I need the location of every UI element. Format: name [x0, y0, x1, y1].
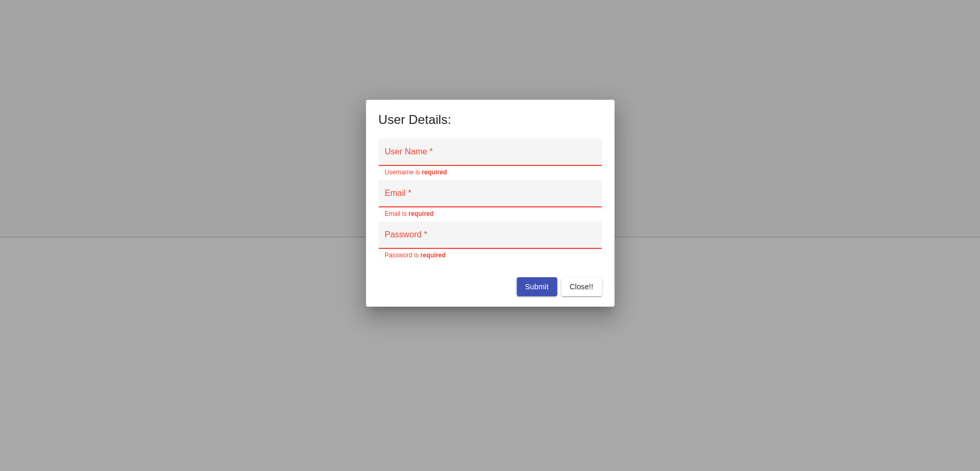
submit-button[interactable]: Submit: [517, 277, 557, 296]
email-error: Email is required: [378, 207, 602, 222]
username-error-strong: required: [422, 169, 447, 176]
username-error-prefix: Username is: [385, 169, 422, 176]
password-error: Password is required: [378, 249, 602, 263]
username-input[interactable]: [378, 139, 602, 165]
password-error-strong: required: [420, 252, 446, 259]
user-details-dialog: User Details: User Name * Username is re…: [366, 100, 614, 307]
password-error-prefix: Password is: [385, 252, 420, 259]
password-field-wrapper: Password *: [378, 222, 602, 249]
dialog-actions: Submit Close!!: [378, 277, 602, 296]
username-error: Username is required: [378, 166, 602, 180]
password-input[interactable]: [378, 222, 602, 248]
username-field-wrapper: User Name *: [378, 139, 602, 166]
close-button[interactable]: Close!!: [561, 277, 602, 296]
email-field-wrapper: Email *: [378, 180, 602, 207]
email-input[interactable]: [378, 180, 602, 206]
dialog-title: User Details:: [378, 112, 602, 127]
email-error-strong: required: [408, 210, 434, 217]
email-error-prefix: Email is: [385, 210, 408, 217]
